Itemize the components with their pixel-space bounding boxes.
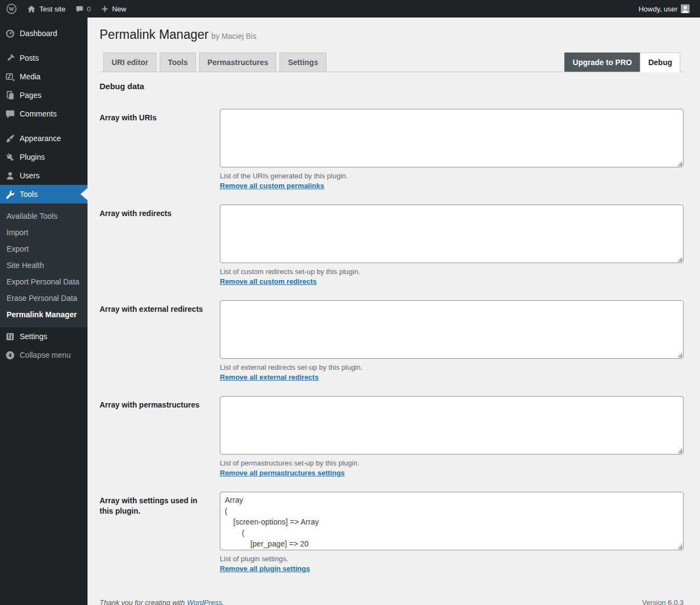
menu-separator — [0, 123, 88, 129]
plugin-settings-textarea[interactable]: Array ( [screen-options] => Array ( [per… — [220, 492, 684, 550]
media-icon — [4, 71, 15, 82]
avatar — [681, 4, 690, 13]
redirects-textarea[interactable] — [220, 205, 684, 263]
remove-external-redirects-link[interactable]: Remove all external redirects — [220, 373, 319, 382]
plug-icon — [4, 152, 15, 162]
site-name-menu[interactable]: Test site — [22, 0, 71, 18]
sidebar-item-tools[interactable]: Tools — [0, 185, 88, 203]
plugin-byline: by Maciej Bis — [211, 32, 256, 40]
sidebar-item-label: Users — [20, 171, 40, 180]
footer-thanks-prefix: Thank you for creating with — [100, 598, 187, 605]
sidebar-item-posts[interactable]: Posts — [0, 49, 88, 67]
sidebar-item-comments[interactable]: Comments — [0, 104, 88, 123]
sidebar-item-label: Plugins — [20, 153, 45, 161]
comments-indicator[interactable]: 0 — [71, 0, 96, 18]
comment-bubble-icon — [75, 5, 84, 13]
row-label: Array with permastructures — [100, 396, 220, 478]
sidebar-item-label: Tools — [20, 190, 38, 199]
remove-custom-permalinks-link[interactable]: Remove all custom permalinks — [220, 182, 324, 190]
submenu-erase-personal-data[interactable]: Erase Personal Data — [0, 290, 88, 306]
row-description: List of custom redirects set-up by this … — [220, 267, 684, 276]
row-array-with-permastructures: Array with permastructures List of perma… — [100, 396, 684, 478]
tools-submenu: Available Tools Import Export Site Healt… — [0, 203, 88, 327]
collapse-menu-label: Collapse menu — [20, 351, 71, 359]
submenu-site-health[interactable]: Site Health — [0, 257, 88, 274]
sidebar-item-label: Media — [20, 72, 40, 81]
home-icon — [27, 4, 36, 14]
collapse-menu-button[interactable]: Collapse menu — [0, 346, 88, 364]
remove-permastructures-settings-link[interactable]: Remove all permastructures settings — [220, 469, 345, 478]
row-array-with-uris: Array with URIs List of the URIs generat… — [100, 109, 684, 190]
new-content-menu[interactable]: New — [96, 0, 131, 18]
plugin-title: Permalink Manager — [100, 27, 208, 42]
howdy-label: Howdy, user — [639, 5, 678, 13]
sidebar-item-users[interactable]: Users — [0, 166, 88, 185]
dashboard-icon — [4, 28, 15, 39]
sidebar-item-appearance[interactable]: Appearance — [0, 129, 88, 148]
sidebar-item-media[interactable]: Media — [0, 67, 88, 86]
submenu-export-personal-data[interactable]: Export Personal Data — [0, 274, 88, 290]
debug-heading: Debug data — [100, 82, 684, 91]
page-title: Permalink Managerby Maciej Bis — [100, 26, 684, 44]
admin-sidebar: Dashboard Posts Media Pages Comments — [0, 18, 88, 605]
sidebar-item-label: Comments — [20, 109, 57, 118]
pushpin-icon — [4, 53, 15, 63]
sidebar-item-label: Posts — [20, 54, 39, 62]
tab-uri-editor[interactable]: URI editor — [103, 53, 156, 72]
tab-tools[interactable]: Tools — [160, 53, 196, 72]
external-redirects-textarea[interactable] — [220, 300, 684, 359]
wrench-icon — [4, 189, 15, 200]
row-label: Array with external redirects — [100, 300, 220, 382]
my-account-menu[interactable]: Howdy, user — [634, 0, 695, 18]
sliders-icon — [4, 331, 15, 342]
wordpress-link[interactable]: WordPress — [187, 598, 222, 605]
sidebar-item-plugins[interactable]: Plugins — [0, 148, 88, 166]
paintbrush-icon — [4, 133, 15, 144]
sidebar-item-label: Dashboard — [20, 29, 57, 38]
footer-thanks-suffix: . — [222, 598, 224, 605]
row-label: Array with settings used in this plugin. — [100, 492, 220, 573]
tab-permastructures[interactable]: Permastructures — [199, 53, 276, 72]
row-array-with-settings: Array with settings used in this plugin.… — [100, 492, 684, 573]
collapse-arrow-icon — [4, 350, 15, 360]
row-label: Array with URIs — [100, 109, 220, 190]
sidebar-item-label: Appearance — [20, 134, 61, 143]
submenu-permalink-manager[interactable]: Permalink Manager — [0, 306, 88, 323]
remove-plugin-settings-link[interactable]: Remove all plugin settings — [220, 565, 310, 573]
comments-icon — [4, 108, 15, 119]
uris-textarea[interactable] — [220, 109, 684, 167]
comments-count: 0 — [87, 5, 91, 13]
footer-version: Version 6.0.3 — [642, 598, 684, 605]
submenu-available-tools[interactable]: Available Tools — [0, 208, 88, 224]
submenu-import[interactable]: Import — [0, 224, 88, 241]
row-description: List of plugin settings. — [220, 555, 684, 563]
tab-debug[interactable]: Debug — [640, 53, 680, 72]
tab-settings[interactable]: Settings — [279, 53, 326, 72]
sidebar-item-dashboard[interactable]: Dashboard — [0, 24, 88, 43]
row-array-with-external-redirects: Array with external redirects List of ex… — [100, 300, 684, 382]
row-label: Array with redirects — [100, 205, 220, 286]
row-description: List of permastructures set-up by this p… — [220, 459, 684, 468]
permastructures-textarea[interactable] — [220, 396, 684, 455]
sidebar-item-label: Settings — [20, 332, 48, 341]
site-name-label: Test site — [39, 5, 66, 13]
remove-custom-redirects-link[interactable]: Remove all custom redirects — [220, 277, 317, 286]
pages-icon — [4, 90, 15, 101]
plus-icon — [101, 5, 109, 13]
row-description: List of external redirects set-up by thi… — [220, 363, 684, 372]
user-icon — [4, 170, 15, 181]
wordpress-logo-menu[interactable]: W — [1, 0, 22, 18]
admin-bar: W Test site 0 New Howdy, user — [0, 0, 700, 18]
submenu-export[interactable]: Export — [0, 241, 88, 257]
debug-form: Array with URIs List of the URIs generat… — [100, 109, 684, 573]
wordpress-logo-icon: W — [6, 3, 17, 14]
upgrade-to-pro-button[interactable]: Upgrade to PRO — [564, 53, 640, 72]
row-description: List of the URIs generated by this plugi… — [220, 172, 684, 181]
sidebar-item-settings[interactable]: Settings — [0, 327, 88, 346]
main-content: Permalink Managerby Maciej Bis URI edito… — [88, 18, 700, 605]
menu-separator — [0, 43, 88, 49]
row-array-with-redirects: Array with redirects List of custom redi… — [100, 205, 684, 286]
sidebar-item-pages[interactable]: Pages — [0, 86, 88, 104]
sidebar-item-label: Pages — [20, 91, 42, 100]
admin-footer: Thank you for creating with WordPress. V… — [100, 598, 684, 605]
